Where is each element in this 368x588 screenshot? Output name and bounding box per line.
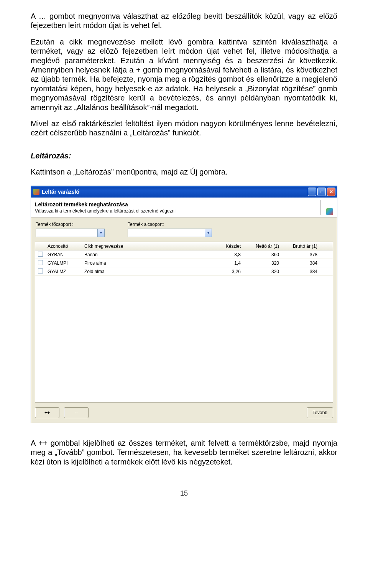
wizard-header-title: Leltározott termékek meghatározása (35, 201, 320, 208)
row-checkbox[interactable] (38, 268, 43, 273)
product-table: Azonosító Cikk megnevezése Készlet Nettó… (35, 242, 333, 403)
cell-stock: 3,26 (212, 269, 243, 274)
titlebar: Leltár varázsló ─ □ ✕ (31, 186, 337, 198)
chevron-down-icon[interactable]: ▼ (205, 229, 212, 237)
close-button[interactable]: ✕ (327, 188, 335, 196)
wizard-window: Leltár varázsló ─ □ ✕ Leltározott termék… (31, 186, 337, 423)
cell-name: Zöld alma (82, 269, 212, 274)
cell-gross: 384 (281, 269, 320, 274)
window-title: Leltár varázsló (42, 189, 79, 195)
wizard-header-subtitle: Válassza ki a termékeket amelyekre a lel… (35, 208, 320, 214)
cell-stock: -3,8 (212, 252, 243, 257)
cell-gross: 378 (281, 252, 320, 257)
select-all-button[interactable]: ++ (35, 407, 59, 418)
maximize-button[interactable]: □ (317, 188, 326, 196)
paragraph: Ezután a cikk megnevezése mellett lévő g… (31, 37, 337, 112)
deselect-all-button[interactable]: -- (64, 407, 89, 418)
cell-net: 360 (243, 252, 281, 257)
cell-id: GYBAN (45, 252, 82, 257)
wizard-bottombar: ++ -- Tovább (31, 403, 337, 423)
col-name: Cikk megnevezése (82, 244, 212, 249)
main-group-combo[interactable]: ▼ (36, 229, 105, 237)
sub-group-combo[interactable]: ▼ (128, 229, 212, 237)
section-heading-leltarozas: Leltározás: (31, 152, 337, 160)
cell-name: Banán (82, 252, 212, 257)
row-checkbox[interactable] (38, 260, 43, 265)
app-icon (33, 189, 39, 195)
col-net: Nettó ár (1) (243, 244, 281, 249)
row-checkbox[interactable] (38, 252, 43, 257)
next-button[interactable]: Tovább (307, 407, 333, 418)
cell-id: GYALMZ (45, 269, 82, 274)
table-row[interactable]: GYBAN Banán -3,8 360 378 (35, 250, 333, 259)
col-stock: Készlet (212, 244, 243, 249)
document-icon (320, 200, 333, 215)
col-id: Azonosító (45, 244, 82, 249)
cell-id: GYALMPI (45, 260, 82, 266)
paragraph: Mivel az első raktárkészlet feltöltést i… (31, 119, 337, 138)
cell-gross: 384 (281, 260, 320, 266)
table-row[interactable]: GYALMZ Zöld alma 3,26 320 384 (35, 267, 333, 276)
cell-net: 320 (243, 269, 281, 274)
cell-stock: 1,4 (212, 260, 243, 266)
paragraph: Kattintson a „Leltározás” menüpontra, ma… (31, 167, 337, 176)
table-row[interactable]: GYALMPI Piros alma 1,4 320 384 (35, 259, 333, 267)
chevron-down-icon[interactable]: ▼ (97, 229, 104, 237)
sub-group-label: Termék alcsoport: (128, 222, 212, 227)
wizard-header: Leltározott termékek meghatározása Válas… (31, 198, 337, 218)
table-header: Azonosító Cikk megnevezése Készlet Nettó… (35, 242, 333, 250)
cell-name: Piros alma (82, 260, 212, 266)
minimize-button[interactable]: ─ (308, 188, 316, 196)
page-number: 15 (31, 489, 337, 497)
main-group-label: Termék főcsoport : (36, 222, 105, 227)
col-gross: Bruttó ár (1) (281, 244, 320, 249)
paragraph: A ++ gombbal kijelölheti az összes termé… (31, 438, 337, 466)
paragraph: A … gombot megnyomva választhat az előző… (31, 12, 337, 30)
cell-net: 320 (243, 260, 281, 266)
